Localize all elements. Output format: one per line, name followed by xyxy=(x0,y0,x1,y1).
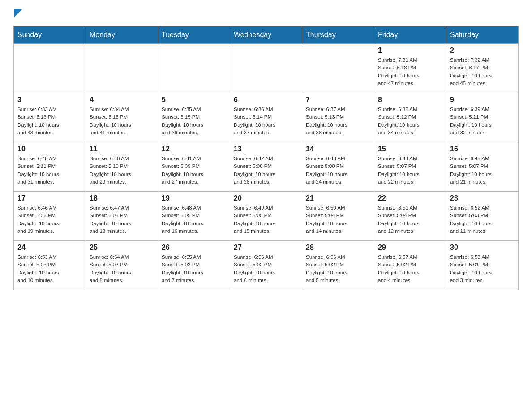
logo-triangle-icon xyxy=(14,9,22,17)
calendar-header-saturday: Saturday xyxy=(446,26,519,44)
calendar-cell: 25Sunrise: 6:54 AM Sunset: 5:03 PM Dayli… xyxy=(86,241,158,290)
calendar-cell xyxy=(230,44,302,93)
calendar-cell: 19Sunrise: 6:48 AM Sunset: 5:05 PM Dayli… xyxy=(158,192,230,241)
calendar-header-tuesday: Tuesday xyxy=(158,26,230,44)
day-info: Sunrise: 6:50 AM Sunset: 5:04 PM Dayligh… xyxy=(306,204,370,235)
calendar-cell: 28Sunrise: 6:56 AM Sunset: 5:02 PM Dayli… xyxy=(302,241,374,290)
day-number: 25 xyxy=(90,244,154,252)
calendar-cell xyxy=(158,44,230,93)
calendar-cell: 23Sunrise: 6:52 AM Sunset: 5:03 PM Dayli… xyxy=(446,192,519,241)
calendar-header-row: SundayMondayTuesdayWednesdayThursdayFrid… xyxy=(14,26,519,44)
day-number: 7 xyxy=(306,96,370,104)
day-number: 6 xyxy=(234,96,298,104)
calendar-header-thursday: Thursday xyxy=(302,26,374,44)
day-number: 19 xyxy=(162,194,226,202)
day-info: Sunrise: 6:41 AM Sunset: 5:09 PM Dayligh… xyxy=(162,155,226,186)
day-info: Sunrise: 6:48 AM Sunset: 5:05 PM Dayligh… xyxy=(162,204,226,235)
day-info: Sunrise: 6:38 AM Sunset: 5:12 PM Dayligh… xyxy=(378,106,442,137)
calendar-week-row: 24Sunrise: 6:53 AM Sunset: 5:03 PM Dayli… xyxy=(14,241,519,290)
calendar-cell: 15Sunrise: 6:44 AM Sunset: 5:07 PM Dayli… xyxy=(374,142,446,192)
day-info: Sunrise: 6:39 AM Sunset: 5:11 PM Dayligh… xyxy=(450,106,515,137)
calendar-header-sunday: Sunday xyxy=(14,26,86,44)
calendar-cell: 22Sunrise: 6:51 AM Sunset: 5:04 PM Dayli… xyxy=(374,192,446,241)
day-number: 10 xyxy=(17,145,82,153)
day-info: Sunrise: 6:56 AM Sunset: 5:02 PM Dayligh… xyxy=(234,253,298,284)
calendar-cell: 30Sunrise: 6:58 AM Sunset: 5:01 PM Dayli… xyxy=(446,241,519,290)
day-number: 3 xyxy=(17,96,82,104)
day-number: 9 xyxy=(450,96,515,104)
calendar-week-row: 1Sunrise: 7:31 AM Sunset: 6:18 PM Daylig… xyxy=(14,44,519,93)
day-number: 30 xyxy=(450,244,515,252)
day-number: 1 xyxy=(378,47,442,55)
calendar-cell: 8Sunrise: 6:38 AM Sunset: 5:12 PM Daylig… xyxy=(374,93,446,142)
day-info: Sunrise: 7:32 AM Sunset: 6:17 PM Dayligh… xyxy=(450,56,515,87)
day-number: 28 xyxy=(306,244,370,252)
calendar-cell: 3Sunrise: 6:33 AM Sunset: 5:16 PM Daylig… xyxy=(14,93,86,142)
day-info: Sunrise: 6:35 AM Sunset: 5:15 PM Dayligh… xyxy=(162,106,226,137)
day-info: Sunrise: 6:52 AM Sunset: 5:03 PM Dayligh… xyxy=(450,204,515,235)
day-info: Sunrise: 6:40 AM Sunset: 5:11 PM Dayligh… xyxy=(17,155,82,186)
calendar-cell: 29Sunrise: 6:57 AM Sunset: 5:02 PM Dayli… xyxy=(374,241,446,290)
calendar-cell: 9Sunrise: 6:39 AM Sunset: 5:11 PM Daylig… xyxy=(446,93,519,142)
calendar-week-row: 10Sunrise: 6:40 AM Sunset: 5:11 PM Dayli… xyxy=(14,142,519,192)
day-number: 5 xyxy=(162,96,226,104)
calendar-header-friday: Friday xyxy=(374,26,446,44)
calendar-cell xyxy=(302,44,374,93)
calendar-cell: 27Sunrise: 6:56 AM Sunset: 5:02 PM Dayli… xyxy=(230,241,302,290)
calendar-cell: 21Sunrise: 6:50 AM Sunset: 5:04 PM Dayli… xyxy=(302,192,374,241)
day-number: 18 xyxy=(90,194,154,202)
day-info: Sunrise: 6:36 AM Sunset: 5:14 PM Dayligh… xyxy=(234,106,298,137)
calendar-cell: 11Sunrise: 6:40 AM Sunset: 5:10 PM Dayli… xyxy=(86,142,158,192)
calendar-header-monday: Monday xyxy=(86,26,158,44)
svg-marker-0 xyxy=(14,9,22,17)
page-header xyxy=(13,9,519,19)
day-info: Sunrise: 6:55 AM Sunset: 5:02 PM Dayligh… xyxy=(162,253,226,284)
day-number: 20 xyxy=(234,194,298,202)
day-info: Sunrise: 7:31 AM Sunset: 6:18 PM Dayligh… xyxy=(378,56,442,87)
calendar-cell: 2Sunrise: 7:32 AM Sunset: 6:17 PM Daylig… xyxy=(446,44,519,93)
day-number: 15 xyxy=(378,145,442,153)
calendar-cell: 26Sunrise: 6:55 AM Sunset: 5:02 PM Dayli… xyxy=(158,241,230,290)
day-number: 27 xyxy=(234,244,298,252)
calendar-cell: 24Sunrise: 6:53 AM Sunset: 5:03 PM Dayli… xyxy=(14,241,86,290)
day-info: Sunrise: 6:49 AM Sunset: 5:05 PM Dayligh… xyxy=(234,204,298,235)
day-info: Sunrise: 6:51 AM Sunset: 5:04 PM Dayligh… xyxy=(378,204,442,235)
day-info: Sunrise: 6:42 AM Sunset: 5:08 PM Dayligh… xyxy=(234,155,298,186)
calendar-cell: 12Sunrise: 6:41 AM Sunset: 5:09 PM Dayli… xyxy=(158,142,230,192)
calendar-header-wednesday: Wednesday xyxy=(230,26,302,44)
day-number: 4 xyxy=(90,96,154,104)
day-info: Sunrise: 6:43 AM Sunset: 5:08 PM Dayligh… xyxy=(306,155,370,186)
day-number: 22 xyxy=(378,194,442,202)
day-info: Sunrise: 6:47 AM Sunset: 5:05 PM Dayligh… xyxy=(90,204,154,235)
day-number: 29 xyxy=(378,244,442,252)
calendar-cell: 4Sunrise: 6:34 AM Sunset: 5:15 PM Daylig… xyxy=(86,93,158,142)
calendar-cell xyxy=(86,44,158,93)
calendar-cell: 16Sunrise: 6:45 AM Sunset: 5:07 PM Dayli… xyxy=(446,142,519,192)
day-info: Sunrise: 6:33 AM Sunset: 5:16 PM Dayligh… xyxy=(17,106,82,137)
calendar-cell: 17Sunrise: 6:46 AM Sunset: 5:06 PM Dayli… xyxy=(14,192,86,241)
day-info: Sunrise: 6:57 AM Sunset: 5:02 PM Dayligh… xyxy=(378,253,442,284)
day-number: 23 xyxy=(450,194,515,202)
calendar-week-row: 3Sunrise: 6:33 AM Sunset: 5:16 PM Daylig… xyxy=(14,93,519,142)
calendar-cell xyxy=(14,44,86,93)
day-info: Sunrise: 6:40 AM Sunset: 5:10 PM Dayligh… xyxy=(90,155,154,186)
day-info: Sunrise: 6:54 AM Sunset: 5:03 PM Dayligh… xyxy=(90,253,154,284)
calendar-cell: 7Sunrise: 6:37 AM Sunset: 5:13 PM Daylig… xyxy=(302,93,374,142)
day-number: 14 xyxy=(306,145,370,153)
calendar-cell: 6Sunrise: 6:36 AM Sunset: 5:14 PM Daylig… xyxy=(230,93,302,142)
day-info: Sunrise: 6:45 AM Sunset: 5:07 PM Dayligh… xyxy=(450,155,515,186)
day-number: 26 xyxy=(162,244,226,252)
day-number: 8 xyxy=(378,96,442,104)
calendar-cell: 13Sunrise: 6:42 AM Sunset: 5:08 PM Dayli… xyxy=(230,142,302,192)
calendar-cell: 18Sunrise: 6:47 AM Sunset: 5:05 PM Dayli… xyxy=(86,192,158,241)
logo xyxy=(13,9,22,19)
day-number: 24 xyxy=(17,244,82,252)
day-number: 12 xyxy=(162,145,226,153)
calendar-cell: 1Sunrise: 7:31 AM Sunset: 6:18 PM Daylig… xyxy=(374,44,446,93)
day-number: 21 xyxy=(306,194,370,202)
day-info: Sunrise: 6:56 AM Sunset: 5:02 PM Dayligh… xyxy=(306,253,370,284)
day-number: 2 xyxy=(450,47,515,55)
day-number: 13 xyxy=(234,145,298,153)
calendar-week-row: 17Sunrise: 6:46 AM Sunset: 5:06 PM Dayli… xyxy=(14,192,519,241)
calendar-cell: 14Sunrise: 6:43 AM Sunset: 5:08 PM Dayli… xyxy=(302,142,374,192)
